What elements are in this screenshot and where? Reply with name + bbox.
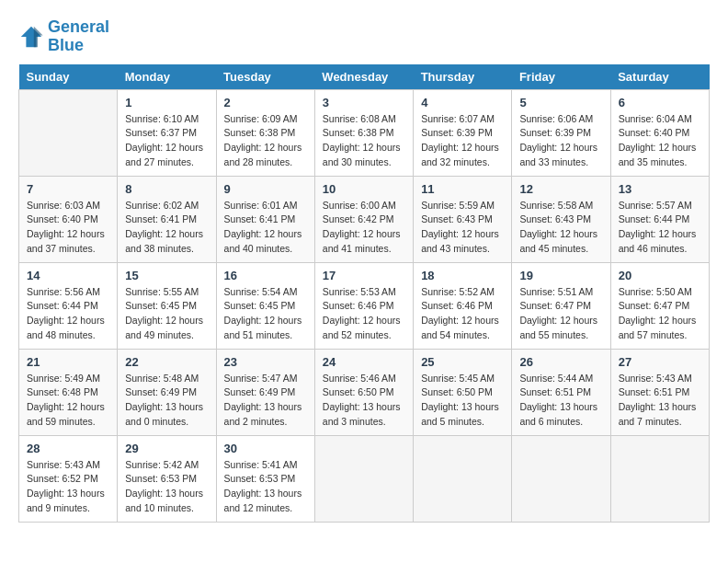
calendar-cell — [414, 435, 512, 522]
day-number: 6 — [619, 96, 701, 109]
day-number: 20 — [619, 269, 701, 282]
day-info: Sunrise: 5:52 AM Sunset: 6:46 PM Dayligh… — [421, 285, 504, 343]
svg-marker-0 — [21, 27, 41, 47]
calendar-cell: 15Sunrise: 5:55 AM Sunset: 6:45 PM Dayli… — [118, 262, 216, 349]
day-number: 22 — [125, 355, 208, 369]
day-number: 12 — [519, 182, 602, 196]
day-number: 10 — [323, 182, 405, 196]
day-info: Sunrise: 6:01 AM Sunset: 6:41 PM Dayligh… — [224, 199, 307, 257]
weekday-header-thursday: Thursday — [414, 64, 512, 90]
day-number: 13 — [619, 182, 701, 196]
day-info: Sunrise: 5:42 AM Sunset: 6:53 PM Dayligh… — [125, 458, 208, 516]
day-number: 29 — [125, 442, 208, 455]
day-number: 11 — [421, 182, 504, 196]
day-number: 27 — [619, 355, 701, 369]
day-info: Sunrise: 6:04 AM Sunset: 6:40 PM Dayligh… — [619, 112, 701, 170]
day-info: Sunrise: 5:48 AM Sunset: 6:49 PM Dayligh… — [125, 372, 208, 430]
day-number: 8 — [125, 182, 208, 196]
day-number: 23 — [224, 355, 307, 369]
day-info: Sunrise: 5:50 AM Sunset: 6:47 PM Dayligh… — [619, 285, 701, 343]
calendar-cell: 1Sunrise: 6:10 AM Sunset: 6:37 PM Daylig… — [118, 89, 216, 176]
day-number: 21 — [27, 355, 109, 369]
calendar-cell: 2Sunrise: 6:09 AM Sunset: 6:38 PM Daylig… — [216, 89, 314, 176]
day-number: 15 — [125, 269, 208, 282]
day-info: Sunrise: 6:03 AM Sunset: 6:40 PM Dayligh… — [27, 199, 109, 257]
day-number: 26 — [519, 355, 602, 369]
week-row-1: 1Sunrise: 6:10 AM Sunset: 6:37 PM Daylig… — [19, 89, 710, 176]
calendar-cell: 20Sunrise: 5:50 AM Sunset: 6:47 PM Dayli… — [610, 262, 709, 349]
day-info: Sunrise: 6:00 AM Sunset: 6:42 PM Dayligh… — [323, 199, 405, 257]
day-number: 9 — [224, 182, 307, 196]
day-info: Sunrise: 5:41 AM Sunset: 6:53 PM Dayligh… — [224, 458, 307, 516]
day-number: 30 — [224, 442, 307, 455]
logo-icon — [18, 24, 44, 50]
calendar-cell: 16Sunrise: 5:54 AM Sunset: 6:45 PM Dayli… — [216, 262, 314, 349]
calendar-cell: 17Sunrise: 5:53 AM Sunset: 6:46 PM Dayli… — [314, 262, 413, 349]
day-info: Sunrise: 5:57 AM Sunset: 6:44 PM Dayligh… — [619, 199, 701, 257]
calendar-cell: 9Sunrise: 6:01 AM Sunset: 6:41 PM Daylig… — [216, 176, 314, 262]
day-number: 24 — [323, 355, 405, 369]
day-number: 16 — [224, 269, 307, 282]
day-number: 1 — [125, 96, 208, 109]
calendar-cell: 13Sunrise: 5:57 AM Sunset: 6:44 PM Dayli… — [610, 176, 709, 262]
day-info: Sunrise: 5:53 AM Sunset: 6:46 PM Dayligh… — [323, 285, 405, 343]
calendar-cell: 4Sunrise: 6:07 AM Sunset: 6:39 PM Daylig… — [414, 89, 512, 176]
day-info: Sunrise: 5:49 AM Sunset: 6:48 PM Dayligh… — [27, 372, 109, 430]
day-info: Sunrise: 5:55 AM Sunset: 6:45 PM Dayligh… — [125, 285, 208, 343]
calendar-cell: 14Sunrise: 5:56 AM Sunset: 6:44 PM Dayli… — [19, 262, 118, 349]
calendar-cell: 30Sunrise: 5:41 AM Sunset: 6:53 PM Dayli… — [216, 435, 314, 522]
day-info: Sunrise: 5:54 AM Sunset: 6:45 PM Dayligh… — [224, 285, 307, 343]
weekday-header-friday: Friday — [512, 64, 610, 90]
calendar-cell: 24Sunrise: 5:46 AM Sunset: 6:50 PM Dayli… — [314, 349, 413, 435]
day-info: Sunrise: 5:56 AM Sunset: 6:44 PM Dayligh… — [27, 285, 109, 343]
calendar-cell: 22Sunrise: 5:48 AM Sunset: 6:49 PM Dayli… — [118, 349, 216, 435]
day-info: Sunrise: 5:58 AM Sunset: 6:43 PM Dayligh… — [519, 199, 602, 257]
calendar-cell — [610, 435, 709, 522]
calendar-cell — [314, 435, 413, 522]
calendar-cell: 7Sunrise: 6:03 AM Sunset: 6:40 PM Daylig… — [19, 176, 118, 262]
weekday-header-sunday: Sunday — [19, 64, 118, 90]
day-number: 2 — [224, 96, 307, 109]
day-info: Sunrise: 6:08 AM Sunset: 6:38 PM Dayligh… — [323, 112, 405, 170]
calendar-cell: 19Sunrise: 5:51 AM Sunset: 6:47 PM Dayli… — [512, 262, 610, 349]
calendar-cell: 23Sunrise: 5:47 AM Sunset: 6:49 PM Dayli… — [216, 349, 314, 435]
calendar-cell: 21Sunrise: 5:49 AM Sunset: 6:48 PM Dayli… — [19, 349, 118, 435]
day-info: Sunrise: 5:44 AM Sunset: 6:51 PM Dayligh… — [519, 372, 602, 430]
weekday-header-wednesday: Wednesday — [314, 64, 413, 90]
calendar-cell: 18Sunrise: 5:52 AM Sunset: 6:46 PM Dayli… — [414, 262, 512, 349]
calendar-cell: 27Sunrise: 5:43 AM Sunset: 6:51 PM Dayli… — [610, 349, 709, 435]
calendar-cell: 25Sunrise: 5:45 AM Sunset: 6:50 PM Dayli… — [414, 349, 512, 435]
logo-line1: General — [48, 18, 109, 37]
day-number: 5 — [519, 96, 602, 109]
calendar-cell: 29Sunrise: 5:42 AM Sunset: 6:53 PM Dayli… — [118, 435, 216, 522]
calendar-table: SundayMondayTuesdayWednesdayThursdayFrid… — [18, 64, 710, 523]
day-info: Sunrise: 5:46 AM Sunset: 6:50 PM Dayligh… — [323, 372, 405, 430]
calendar-cell: 12Sunrise: 5:58 AM Sunset: 6:43 PM Dayli… — [512, 176, 610, 262]
day-info: Sunrise: 5:43 AM Sunset: 6:51 PM Dayligh… — [619, 372, 701, 430]
logo: General Blue — [18, 18, 109, 55]
day-info: Sunrise: 5:45 AM Sunset: 6:50 PM Dayligh… — [421, 372, 504, 430]
calendar-cell: 6Sunrise: 6:04 AM Sunset: 6:40 PM Daylig… — [610, 89, 709, 176]
day-info: Sunrise: 6:06 AM Sunset: 6:39 PM Dayligh… — [519, 112, 602, 170]
day-number: 3 — [323, 96, 405, 109]
day-number: 17 — [323, 269, 405, 282]
week-row-5: 28Sunrise: 5:43 AM Sunset: 6:52 PM Dayli… — [19, 435, 710, 522]
calendar-cell: 11Sunrise: 5:59 AM Sunset: 6:43 PM Dayli… — [414, 176, 512, 262]
logo-line2: Blue — [48, 37, 109, 55]
week-row-4: 21Sunrise: 5:49 AM Sunset: 6:48 PM Dayli… — [19, 349, 710, 435]
day-number: 19 — [519, 269, 602, 282]
day-info: Sunrise: 6:09 AM Sunset: 6:38 PM Dayligh… — [224, 112, 307, 170]
day-info: Sunrise: 6:02 AM Sunset: 6:41 PM Dayligh… — [125, 199, 208, 257]
day-info: Sunrise: 5:51 AM Sunset: 6:47 PM Dayligh… — [519, 285, 602, 343]
header: General Blue — [18, 18, 710, 55]
week-row-3: 14Sunrise: 5:56 AM Sunset: 6:44 PM Dayli… — [19, 262, 710, 349]
weekday-header-row: SundayMondayTuesdayWednesdayThursdayFrid… — [19, 64, 710, 90]
day-number: 7 — [27, 182, 109, 196]
day-number: 4 — [421, 96, 504, 109]
calendar-cell: 28Sunrise: 5:43 AM Sunset: 6:52 PM Dayli… — [19, 435, 118, 522]
day-number: 28 — [27, 442, 109, 455]
calendar-cell: 3Sunrise: 6:08 AM Sunset: 6:38 PM Daylig… — [314, 89, 413, 176]
weekday-header-monday: Monday — [118, 64, 216, 90]
day-info: Sunrise: 5:59 AM Sunset: 6:43 PM Dayligh… — [421, 199, 504, 257]
week-row-2: 7Sunrise: 6:03 AM Sunset: 6:40 PM Daylig… — [19, 176, 710, 262]
